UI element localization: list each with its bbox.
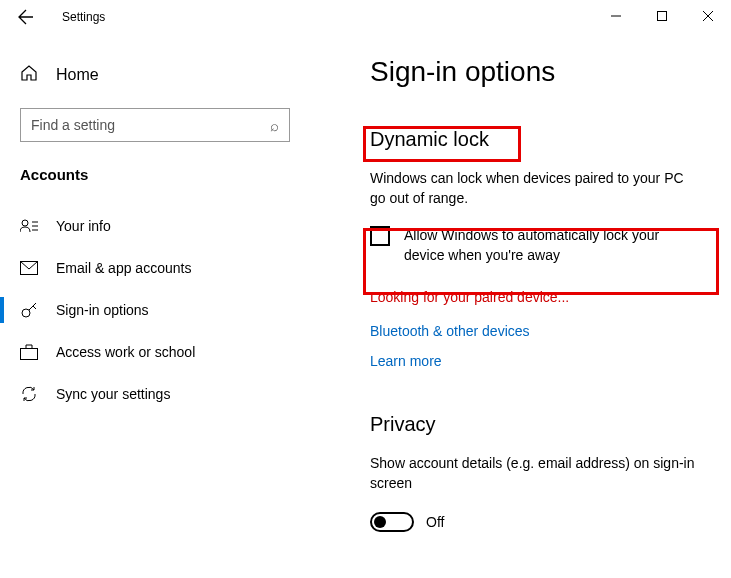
sidebar-item-email[interactable]: Email & app accounts [0,247,350,289]
pairing-status: Looking for your paired device... [370,289,701,305]
arrow-left-icon [18,9,34,25]
close-button[interactable] [685,0,731,32]
nav-group-header: Accounts [0,160,350,205]
section-heading-privacy: Privacy [370,413,436,436]
link-learn-more[interactable]: Learn more [370,353,701,369]
back-button[interactable] [6,0,46,34]
section-heading-dynamic-lock: Dynamic lock [370,128,489,151]
home-icon [20,64,38,86]
home-nav[interactable]: Home [0,54,350,96]
svg-rect-0 [658,12,667,21]
link-bluetooth-devices[interactable]: Bluetooth & other devices [370,323,701,339]
toggle-state-label: Off [426,514,444,530]
maximize-button[interactable] [639,0,685,32]
sidebar-item-label: Email & app accounts [56,260,191,276]
sidebar-item-label: Your info [56,218,111,234]
search-placeholder: Find a setting [31,117,115,133]
svg-rect-4 [21,349,38,360]
sidebar-item-signin-options[interactable]: Sign-in options [0,289,350,331]
person-icon [20,217,38,235]
dynamic-lock-checkbox-row[interactable]: Allow Windows to automatically lock your… [370,226,701,265]
key-icon [20,301,38,319]
svg-point-3 [22,309,30,317]
dynamic-lock-description: Windows can lock when devices paired to … [370,169,701,208]
sidebar-item-sync[interactable]: Sync your settings [0,373,350,415]
checkbox-label: Allow Windows to automatically lock your… [404,226,701,265]
sidebar-item-label: Sync your settings [56,386,170,402]
sidebar-item-your-info[interactable]: Your info [0,205,350,247]
privacy-toggle[interactable] [370,512,414,532]
mail-icon [20,259,38,277]
page-title: Sign-in options [370,56,701,88]
window-controls [593,0,731,32]
briefcase-icon [20,343,38,361]
sidebar-item-label: Access work or school [56,344,195,360]
privacy-description: Show account details (e.g. email address… [370,454,701,493]
minimize-button[interactable] [593,0,639,32]
window-title: Settings [62,10,105,24]
search-icon: ⌕ [270,117,279,134]
sidebar-item-access-work[interactable]: Access work or school [0,331,350,373]
sidebar: Home Find a setting ⌕ Accounts Your info… [0,34,350,578]
home-label: Home [56,66,99,84]
search-input[interactable]: Find a setting ⌕ [20,108,290,142]
sync-icon [20,385,38,403]
sidebar-item-label: Sign-in options [56,302,149,318]
svg-point-1 [22,220,28,226]
main-content: Sign-in options Dynamic lock Windows can… [350,34,731,578]
checkbox-icon[interactable] [370,226,390,246]
titlebar: Settings [0,0,731,34]
